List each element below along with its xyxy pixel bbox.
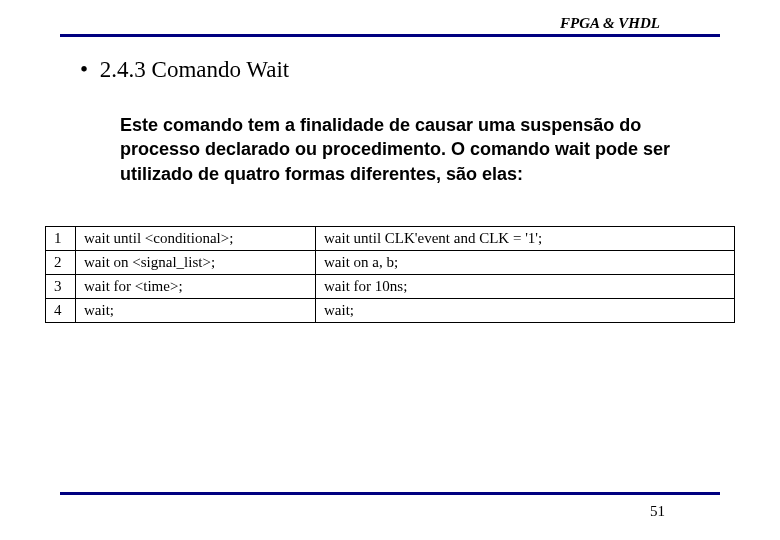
cell-example: wait until CLK'event and CLK = '1'; [316, 226, 735, 250]
header: FPGA & VHDL [0, 0, 780, 37]
table-row: 3 wait for <time>; wait for 10ns; [46, 274, 735, 298]
cell-syntax: wait for <time>; [76, 274, 316, 298]
cell-syntax: wait on <signal_list>; [76, 250, 316, 274]
cell-num: 1 [46, 226, 76, 250]
cell-syntax: wait until <conditional>; [76, 226, 316, 250]
heading-text: 2.4.3 Comando Wait [100, 57, 289, 82]
content: • 2.4.3 Comando Wait Este comando tem a … [0, 37, 780, 186]
page-number: 51 [60, 503, 720, 520]
table-row: 2 wait on <signal_list>; wait on a, b; [46, 250, 735, 274]
cell-num: 3 [46, 274, 76, 298]
footer: 51 [60, 492, 720, 520]
cell-example: wait on a, b; [316, 250, 735, 274]
wait-forms-table: 1 wait until <conditional>; wait until C… [45, 226, 735, 323]
cell-example: wait for 10ns; [316, 274, 735, 298]
table-wrapper: 1 wait until <conditional>; wait until C… [0, 226, 780, 323]
table-row: 1 wait until <conditional>; wait until C… [46, 226, 735, 250]
header-title: FPGA & VHDL [60, 15, 720, 32]
cell-num: 4 [46, 298, 76, 322]
section-heading: • 2.4.3 Comando Wait [80, 57, 720, 83]
table-row: 4 wait; wait; [46, 298, 735, 322]
bullet-icon: • [80, 57, 88, 83]
footer-rule [60, 492, 720, 495]
intro-paragraph: Este comando tem a finalidade de causar … [120, 113, 680, 186]
cell-num: 2 [46, 250, 76, 274]
cell-example: wait; [316, 298, 735, 322]
cell-syntax: wait; [76, 298, 316, 322]
